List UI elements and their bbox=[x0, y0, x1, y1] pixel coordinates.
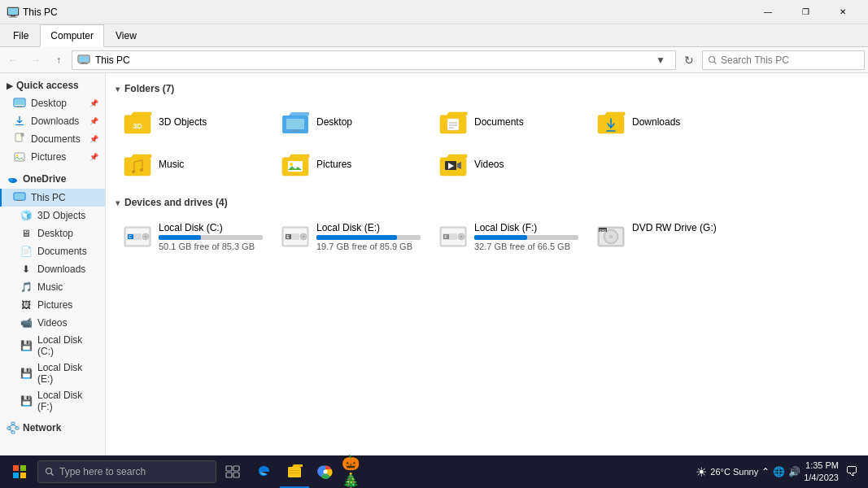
svg-rect-92 bbox=[226, 466, 232, 471]
volume-icon[interactable]: 🔊 bbox=[788, 466, 800, 477]
folder-name-desktop: Desktop bbox=[316, 116, 352, 128]
ribbon: File Computer View bbox=[0, 24, 868, 47]
drive-space-e: 19.7 GB free of 85.9 GB bbox=[316, 242, 421, 251]
svg-rect-95 bbox=[233, 473, 239, 477]
sidebar-item-music[interactable]: 🎵 Music bbox=[0, 278, 105, 296]
notification-icon[interactable]: 🗨 bbox=[845, 464, 858, 479]
svg-text:C: C bbox=[129, 234, 132, 239]
folder-icon-music bbox=[123, 150, 152, 179]
sidebar-item-documents2[interactable]: 📄 Documents bbox=[0, 242, 105, 260]
folders-section-label: Folders (7) bbox=[124, 83, 174, 94]
videos-sidebar-icon: 📹 bbox=[20, 316, 33, 329]
back-button[interactable]: ← bbox=[3, 50, 23, 70]
svg-point-100 bbox=[324, 470, 328, 474]
tab-file[interactable]: File bbox=[3, 24, 38, 47]
sidebar-item-documents[interactable]: Documents 📌 bbox=[0, 130, 105, 148]
svg-point-43 bbox=[132, 170, 135, 173]
chevron-up-icon[interactable]: ⌃ bbox=[761, 466, 770, 477]
folder-item-downloads[interactable]: Downloads bbox=[589, 102, 744, 142]
folder-item-music[interactable]: Music bbox=[116, 145, 270, 184]
hdd-icon-c: C bbox=[123, 222, 152, 251]
drive-info-dvd: DVD RW Drive (G:) bbox=[632, 222, 736, 235]
taskview-button[interactable] bbox=[218, 455, 247, 488]
svg-rect-11 bbox=[15, 99, 24, 105]
sidebar-documents-label: Documents bbox=[31, 133, 81, 145]
system-clock[interactable]: 1:35 PM 1/4/2023 bbox=[804, 460, 839, 485]
folder-icon-3dobjects: 3D bbox=[123, 107, 152, 137]
up-button[interactable]: ↑ bbox=[49, 50, 68, 70]
tab-computer[interactable]: Computer bbox=[40, 24, 104, 47]
svg-rect-6 bbox=[81, 63, 86, 63]
sidebar-quickaccess-header[interactable]: ▶ Quick access bbox=[0, 76, 105, 94]
sidebar-pictures-label: Pictures bbox=[31, 151, 66, 163]
drive-item-f[interactable]: F Local Disk (F:) 32.7 GB free of 66.5 G… bbox=[431, 216, 586, 257]
sidebar-item-desktop[interactable]: Desktop 📌 bbox=[0, 94, 105, 112]
disk-e-sidebar-icon: 💾 bbox=[20, 367, 33, 380]
minimize-button[interactable]: — bbox=[749, 0, 787, 24]
drive-bar-bg-c bbox=[159, 235, 263, 240]
refresh-button[interactable]: ↻ bbox=[679, 50, 699, 70]
sidebar-item-3dobjects[interactable]: 🧊 3D Objects bbox=[0, 207, 105, 224]
sidebar-item-pictures2[interactable]: 🖼 Pictures bbox=[0, 296, 105, 314]
folder-item-3dobjects[interactable]: 3D 3D Objects bbox=[116, 102, 270, 142]
folders-section-header[interactable]: Folders (7) bbox=[116, 83, 858, 94]
sidebar-music-label: Music bbox=[37, 281, 63, 293]
folder-item-videos[interactable]: Videos bbox=[431, 145, 586, 184]
svg-point-90 bbox=[46, 468, 52, 474]
close-button[interactable]: ✕ bbox=[824, 0, 861, 24]
edge-button[interactable] bbox=[249, 455, 278, 488]
sidebar-item-disk-c[interactable]: 💾 Local Disk (C:) bbox=[0, 332, 105, 359]
sidebar-network-header[interactable]: Network bbox=[0, 418, 105, 438]
drive-item-dvd[interactable]: DVD DVD RW Drive (G:) bbox=[589, 216, 744, 257]
drive-item-e[interactable]: E Local Disk (E:) 19.7 GB free of 85.9 G… bbox=[273, 216, 428, 257]
downloads2-sidebar-icon: ⬇ bbox=[20, 263, 33, 276]
taskbar-search[interactable] bbox=[37, 460, 216, 483]
search-bar[interactable] bbox=[702, 50, 865, 70]
sidebar-videos-label: Videos bbox=[37, 317, 67, 329]
network-tray-icon[interactable]: 🌐 bbox=[773, 466, 785, 477]
address-dropdown-button[interactable]: ▼ bbox=[651, 50, 670, 70]
pin-icon: 📌 bbox=[89, 99, 98, 107]
svg-rect-32 bbox=[286, 119, 304, 129]
forward-button[interactable]: → bbox=[26, 50, 46, 70]
folder-item-desktop[interactable]: Desktop bbox=[273, 102, 428, 142]
start-button[interactable] bbox=[3, 455, 36, 488]
sidebar-item-videos[interactable]: 📹 Videos bbox=[0, 314, 105, 332]
sidebar-item-desktop2[interactable]: 🖥 Desktop bbox=[0, 224, 105, 242]
sidebar-item-thispc[interactable]: This PC bbox=[0, 189, 105, 207]
dvd-icon: DVD bbox=[596, 222, 626, 251]
drives-section-header[interactable]: Devices and drives (4) bbox=[116, 197, 858, 208]
folder-name-3dobjects: 3D Objects bbox=[159, 116, 207, 128]
svg-line-27 bbox=[13, 425, 17, 427]
folder-icon-documents bbox=[438, 107, 468, 137]
weather-widget[interactable]: ☀ 26°C Sunny bbox=[696, 464, 758, 480]
drive-name-f: Local Disk (F:) bbox=[474, 222, 578, 233]
folder-item-documents[interactable]: Documents bbox=[431, 102, 586, 142]
sidebar-item-downloads2[interactable]: ⬇ Downloads bbox=[0, 260, 105, 278]
address-path[interactable]: This PC ▼ bbox=[72, 50, 676, 70]
tab-view[interactable]: View bbox=[106, 24, 146, 47]
sidebar-item-disk-f[interactable]: 💾 Local Disk (F:) bbox=[0, 387, 105, 415]
sidebar-item-disk-e[interactable]: 💾 Local Disk (E:) bbox=[0, 359, 105, 387]
sidebar-downloads-label: Downloads bbox=[31, 115, 79, 127]
svg-rect-2 bbox=[11, 15, 15, 17]
drive-item-c[interactable]: C Local Disk (C:) 50.1 GB free of 85.3 G… bbox=[116, 216, 270, 257]
svg-point-60 bbox=[303, 236, 305, 238]
sidebar-onedrive-header[interactable]: OneDrive bbox=[0, 169, 105, 189]
file-explorer-button[interactable] bbox=[280, 455, 309, 488]
taskbar-search-icon bbox=[45, 467, 55, 477]
svg-point-53 bbox=[145, 236, 147, 238]
svg-rect-7 bbox=[80, 63, 88, 64]
taskbar-search-input[interactable] bbox=[59, 466, 209, 477]
sidebar-item-pictures[interactable]: Pictures 📌 bbox=[0, 148, 105, 166]
folder-item-pictures[interactable]: Pictures bbox=[273, 145, 428, 184]
maximize-button[interactable]: ❐ bbox=[787, 0, 824, 24]
disk-c-sidebar-icon: 💾 bbox=[20, 339, 33, 352]
network-icon bbox=[7, 421, 20, 434]
chrome-button[interactable] bbox=[311, 455, 340, 488]
search-input[interactable] bbox=[721, 54, 859, 66]
drives-grid: C Local Disk (C:) 50.1 GB free of 85.3 G… bbox=[116, 216, 858, 257]
svg-rect-36 bbox=[447, 119, 459, 130]
content-area: Folders (7) 3D 3D Objects bbox=[106, 73, 868, 468]
sidebar-item-downloads[interactable]: Downloads 📌 bbox=[0, 112, 105, 130]
